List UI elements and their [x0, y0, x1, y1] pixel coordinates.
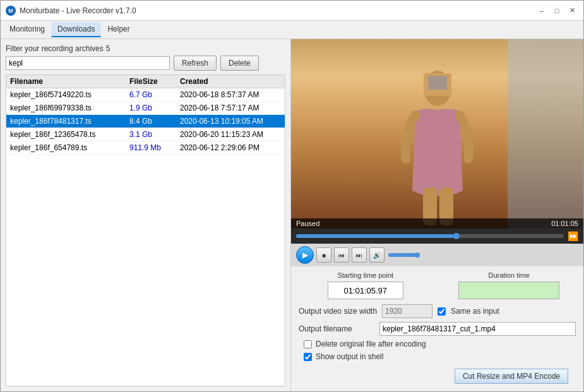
menu-downloads[interactable]: Downloads: [51, 22, 101, 37]
filesize-cell: 8.4 Gb: [129, 117, 180, 126]
created-cell: 2020-06-13 10:19:05 AM: [180, 117, 281, 126]
filename-cell: kepler_186f_654789.ts: [10, 143, 129, 152]
filter-label: Filter your recording archives: [6, 44, 104, 53]
starting-time-input[interactable]: [328, 282, 403, 299]
filesize-cell: 6.7 Gb: [129, 90, 180, 99]
output-filename-input[interactable]: [379, 322, 576, 336]
play-button[interactable]: ▶: [296, 246, 314, 264]
left-panel: Filter your recording archives 5 Refresh…: [1, 39, 291, 391]
duration-label: Duration time: [489, 271, 530, 279]
window-title: Moniturbate - Live Recorder v1.7.0: [20, 6, 136, 15]
filter-count: 5: [106, 44, 110, 53]
controls-bar: ▶ ■ ⏮ ⏭ 🔊: [291, 244, 583, 266]
time-points-row: Starting time point Duration time: [291, 266, 583, 302]
col-created: Created: [180, 77, 281, 86]
filename-cell: kepler_186f78481317.ts: [10, 117, 129, 126]
output-width-label: Output video size width: [299, 307, 377, 316]
main-content: Filter your recording archives 5 Refresh…: [1, 39, 583, 391]
show-output-checkbox[interactable]: [304, 353, 312, 361]
window-controls: – □ ✕: [535, 4, 578, 17]
duration-group: Duration time: [440, 271, 579, 299]
same-as-input-checkbox[interactable]: [438, 307, 446, 316]
video-status-bar: Paused 01:01:05: [291, 218, 583, 229]
close-button[interactable]: ✕: [566, 4, 578, 17]
filesize-cell: 3.1 Gb: [129, 130, 180, 139]
created-cell: 2020-06-18 8:57:37 AM: [180, 90, 281, 99]
filter-bar: Filter your recording archives 5: [6, 44, 285, 53]
filesize-cell: 911.9 Mb: [129, 143, 180, 152]
filename-cell: kepler_186f69979338.ts: [10, 104, 129, 112]
show-output-label: Show output in shell: [316, 352, 383, 361]
table-row[interactable]: kepler_186f78481317.ts8.4 Gb2020-06-13 1…: [6, 115, 285, 128]
svg-rect-2: [428, 76, 447, 90]
options-area: Output video size width Same as input Ou…: [291, 302, 583, 364]
video-area: Paused 01:01:05: [291, 39, 583, 229]
volume-slider[interactable]: [388, 253, 420, 257]
table-row[interactable]: kepler_186f_12365478.ts3.1 Gb2020-06-20 …: [6, 128, 285, 141]
seek-forward-icon[interactable]: ⏩: [568, 231, 578, 241]
created-cell: 2020-06-12 2:29:06 PM: [180, 143, 281, 152]
starting-time-group: Starting time point: [296, 271, 435, 299]
volume-button[interactable]: 🔊: [369, 247, 384, 263]
seek-bar-container: ⏩: [291, 229, 583, 244]
delete-original-checkbox[interactable]: [304, 340, 312, 348]
maximize-button[interactable]: □: [551, 4, 563, 17]
search-input[interactable]: [6, 56, 170, 70]
output-width-row: Output video size width Same as input: [299, 304, 576, 318]
output-width-input[interactable]: [382, 304, 432, 318]
volume-thumb: [415, 252, 420, 258]
table-rows-container: kepler_186f57149220.ts6.7 Gb2020-06-18 8…: [6, 88, 285, 155]
right-panel: Paused 01:01:05 ⏩ ▶ ■ ⏮: [291, 39, 583, 391]
person-silhouette: [396, 64, 479, 229]
menu-helper[interactable]: Helper: [101, 22, 136, 37]
app-icon: M: [6, 6, 16, 16]
video-status: Paused: [296, 220, 319, 227]
show-output-row: Show output in shell: [299, 352, 576, 361]
video-bg-decor: [508, 39, 583, 229]
main-window: M Moniturbate - Live Recorder v1.7.0 – □…: [0, 0, 584, 392]
filesize-cell: 1.9 Gb: [129, 104, 180, 112]
filename-cell: kepler_186f57149220.ts: [10, 90, 129, 99]
title-bar: M Moniturbate - Live Recorder v1.7.0 – □…: [1, 1, 583, 21]
menu-monitoring[interactable]: Monitoring: [3, 22, 51, 37]
duration-input[interactable]: [458, 282, 559, 299]
title-bar-left: M Moniturbate - Live Recorder v1.7.0: [6, 6, 136, 16]
seek-thumb: [453, 233, 460, 239]
refresh-button[interactable]: Refresh: [174, 56, 217, 71]
stop-button[interactable]: ■: [316, 247, 331, 263]
file-table: Filename FileSize Created kepler_186f571…: [6, 74, 285, 386]
col-filesize: FileSize: [129, 77, 180, 86]
table-header: Filename FileSize Created: [6, 75, 285, 88]
table-row[interactable]: kepler_186f69979338.ts1.9 Gb2020-06-18 7…: [6, 102, 285, 115]
menu-bar: Monitoring Downloads Helper: [1, 21, 583, 39]
delete-original-label: Delete original file after encoding: [316, 340, 426, 348]
same-as-input-label: Same as input: [451, 307, 499, 316]
minimize-button[interactable]: –: [535, 4, 548, 17]
seek-bar[interactable]: [296, 234, 564, 238]
col-filename: Filename: [10, 77, 129, 86]
right-panel-inner: Paused 01:01:05 ⏩ ▶ ■ ⏮: [291, 39, 583, 391]
filename-cell: kepler_186f_12365478.ts: [10, 130, 129, 139]
video-time: 01:01:05: [551, 220, 578, 227]
output-filename-row: Output filename: [299, 322, 576, 336]
prev-button[interactable]: ⏮: [334, 247, 349, 263]
table-row[interactable]: kepler_186f_654789.ts911.9 Mb2020-06-12 …: [6, 141, 285, 155]
next-button[interactable]: ⏭: [352, 247, 367, 263]
volume-icon: 🔊: [373, 252, 381, 259]
delete-original-row: Delete original file after encoding: [299, 340, 576, 348]
created-cell: 2020-06-20 11:15:23 AM: [180, 130, 281, 139]
table-row[interactable]: kepler_186f57149220.ts6.7 Gb2020-06-18 8…: [6, 88, 285, 102]
encode-button[interactable]: Cut Resize and MP4 Encode: [455, 369, 568, 384]
delete-button[interactable]: Delete: [220, 56, 259, 71]
seek-progress: [296, 234, 456, 238]
output-filename-label: Output filename: [299, 324, 374, 333]
starting-time-label: Starting time point: [337, 271, 393, 279]
created-cell: 2020-06-18 7:57:17 AM: [180, 104, 281, 112]
video-content: [291, 39, 583, 229]
